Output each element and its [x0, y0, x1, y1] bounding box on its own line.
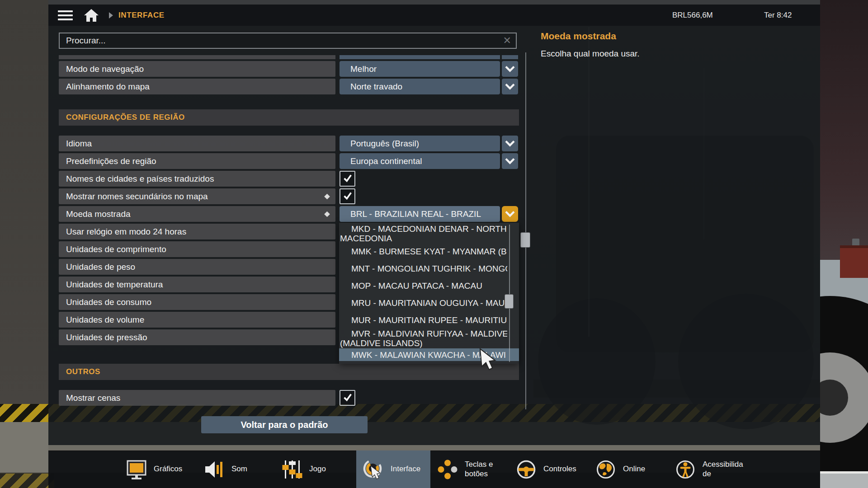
setting-row-alinhamento-do-mapa: Alinhamento do mapa	[59, 79, 335, 94]
accessibility-icon	[675, 459, 696, 480]
dropdown-item-line: MNT - MONGOLIAN TUGHRIK - MONGOLIA	[339, 264, 507, 273]
dropdown-item-line: MMK - BURMESE KYAT - MYANMAR (BURMA)	[339, 247, 507, 256]
setting-label: Unidades de pressão	[66, 333, 147, 343]
chevron-down-icon[interactable]	[502, 61, 518, 77]
dropdown-item-line: MOP - MACAU PATACA - MACAU	[339, 281, 507, 291]
garage-left-strip	[0, 0, 48, 488]
dropdown-item-line: MACEDONIA	[339, 234, 507, 243]
setting-label: Unidades de temperatura	[66, 280, 163, 290]
reset-to-default-button[interactable]: Voltar para o padrão	[201, 416, 368, 433]
dropdown-item-mkd[interactable]: MKD - MACEDONIAN DENAR - NORTHMACEDONIA	[339, 225, 507, 243]
tab-label: Teclas ebotões	[465, 460, 493, 479]
setting-row-mostrar-nomes-secundarios-no-mapa: Mostrar nomes secundários no mapa	[59, 188, 335, 204]
monitor-icon	[126, 459, 147, 480]
tab-online[interactable]: Online	[595, 450, 645, 488]
dropdown-item-line: MUR - MAURITIAN RUPEE - MAURITIUS	[339, 315, 507, 325]
checkmark-icon	[342, 190, 353, 203]
breadcrumb: INTERFACE	[118, 11, 165, 20]
sliders-icon	[281, 459, 303, 480]
hazard-stripe-left	[0, 404, 48, 422]
section-header-label: CONFIGURAÇÕES DE REGIÃO	[66, 113, 185, 122]
dropdown-item-mru[interactable]: MRU - MAURITANIAN OUGUIYA - MAURITANIA	[339, 294, 507, 311]
checkbox-nomes-de-cidades-e-paises-traduzidos[interactable]	[340, 171, 355, 187]
dropdown-item-mnt[interactable]: MNT - MONGOLIAN TUGHRIK - MONGOLIA	[339, 260, 507, 277]
tab-acessibilida-de[interactable]: Acessibilidade	[675, 450, 743, 488]
dropdown-value-idioma[interactable]: Português (Brasil)	[340, 136, 500, 151]
tab-jogo[interactable]: Jogo	[281, 450, 326, 488]
search-input[interactable]	[60, 36, 499, 46]
dropdown-value-text: Norte travado	[350, 82, 402, 92]
floor-light	[820, 474, 868, 488]
setting-row-mostrar-cenas: Mostrar cenas	[59, 390, 335, 406]
dropdown-value-alinhamento-do-mapa[interactable]: Norte travado	[340, 79, 500, 94]
setting-row-unidades-de-peso: Unidades de peso	[59, 259, 335, 275]
setting-label: Idioma	[66, 139, 92, 149]
help-title: Moeda mostrada	[541, 31, 616, 42]
chevron-down-icon[interactable]	[502, 206, 518, 222]
chevron-down-icon[interactable]	[502, 79, 518, 94]
dropdown-scrollbar-track[interactable]	[509, 225, 510, 362]
dropdown-item-line: MKD - MACEDONIAN DENAR - NORTH	[339, 225, 507, 234]
settings-scrollbar-thumb[interactable]	[520, 232, 530, 248]
breadcrumb-arrow-icon	[109, 12, 113, 19]
tab-label: Controles	[543, 465, 576, 474]
setting-label: Usar relógio em modo 24 horas	[66, 227, 186, 237]
setting-label: Unidades de volume	[66, 315, 144, 325]
dropdown-scrollbar-thumb[interactable]	[505, 294, 514, 309]
dropdown-value-predefinicoes-de-regiao[interactable]: Europa continental	[340, 153, 500, 169]
dropdown-item-line: MVR - MALDIVIAN RUFIYAA - MALDIVES	[339, 329, 507, 338]
search-box: ✕	[59, 33, 517, 49]
dropdown-item-mvr[interactable]: MVR - MALDIVIAN RUFIYAA - MALDIVES(MALDI…	[339, 328, 507, 348]
setting-row-nomes-de-cidades-e-paises-traduzidos: Nomes de cidades e países traduzidos	[59, 171, 335, 187]
steering-wheel-icon	[515, 459, 537, 480]
checkbox-mostrar-cenas[interactable]	[340, 390, 355, 406]
chevron-down-icon[interactable]	[502, 153, 518, 169]
checkbox-mostrar-nomes-secundarios-no-mapa[interactable]	[340, 188, 355, 204]
dropdown-value-text: Europa continental	[350, 156, 422, 166]
setting-label: Alinhamento do mapa	[66, 82, 150, 92]
dropdown-value-text: Melhor	[350, 64, 377, 74]
section-header-outros: OUTROS	[59, 364, 519, 380]
section-header-configuracoes-de-regiao: CONFIGURAÇÕES DE REGIÃO	[59, 109, 519, 126]
dropdown-item-mop[interactable]: MOP - MACAU PATACA - MACAU	[339, 277, 507, 294]
tab-som[interactable]: Som	[203, 450, 247, 488]
setting-label: Unidades de comprimento	[66, 244, 166, 254]
game-time: Ter 8:42	[764, 11, 792, 20]
menu-icon[interactable]	[58, 10, 73, 20]
setting-label: Unidades de peso	[66, 262, 135, 272]
tab-label: Interface	[391, 465, 420, 474]
dropdown-item-mur[interactable]: MUR - MAURITIAN RUPEE - MAURITIUS	[339, 311, 507, 328]
garage-right-strip	[820, 0, 868, 488]
dropdown-value-text: BRL - BRAZILIAN REAL - BRAZIL	[350, 209, 481, 219]
setting-label: Moeda mostrada	[66, 209, 131, 219]
setting-row-unidades-de-comprimento: Unidades de comprimento	[59, 241, 335, 257]
checkmark-icon	[342, 392, 353, 404]
dropdown-value-modo-de-navegacao[interactable]: Melhor	[340, 61, 500, 77]
partial-row-label	[59, 55, 335, 59]
tab-controles[interactable]: Controles	[515, 450, 576, 488]
setting-row-unidades-de-volume: Unidades de volume	[59, 312, 335, 328]
help-description: Escolha qual moeda usar.	[541, 49, 640, 59]
home-icon[interactable]	[84, 9, 99, 22]
setting-row-unidades-de-temperatura: Unidades de temperatura	[59, 277, 335, 292]
setting-row-idioma: Idioma	[59, 136, 335, 151]
garage-wall-left	[0, 0, 48, 404]
modified-diamond-icon	[324, 193, 330, 199]
dropdown-item-line: (MALDIVE ISLANDS)	[339, 338, 507, 348]
chevron-down-icon[interactable]	[502, 136, 518, 151]
settings-scrollbar-track[interactable]	[525, 52, 526, 409]
tab-interface[interactable]: Interface	[362, 450, 420, 488]
red-toolbox	[840, 245, 868, 278]
dropdown-value-moeda-mostrada[interactable]: BRL - BRAZILIAN REAL - BRAZIL	[340, 206, 500, 222]
garage-floor-left	[0, 422, 48, 473]
top-bar: INTERFACE BRL566,6M Ter 8:42	[48, 5, 820, 26]
player-money: BRL566,6M	[672, 11, 713, 20]
setting-row-unidades-de-consumo: Unidades de consumo	[59, 294, 335, 310]
dropdown-item-mmk[interactable]: MMK - BURMESE KYAT - MYANMAR (BURMA)	[339, 243, 507, 260]
setting-row-moeda-mostrada: Moeda mostrada	[59, 206, 335, 222]
setting-row-usar-relogio-em-modo-24-horas: Usar relógio em modo 24 horas	[59, 224, 335, 239]
tab-graficos[interactable]: Gráficos	[126, 450, 182, 488]
tab-teclas-e-botoes[interactable]: Teclas ebotões	[437, 450, 493, 488]
clear-search-icon[interactable]: ✕	[499, 36, 516, 46]
setting-label: Mostrar nomes secundários no mapa	[66, 192, 208, 202]
